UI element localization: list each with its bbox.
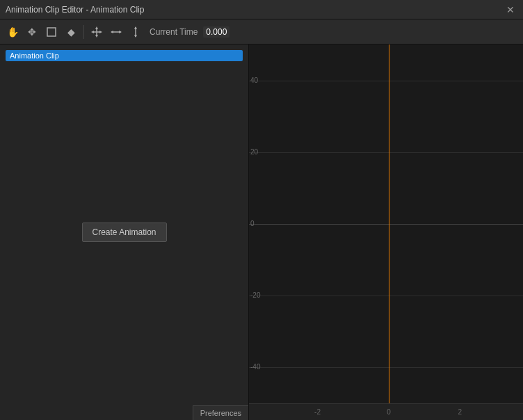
svg-marker-5 <box>91 31 94 33</box>
scale-vertical-icon[interactable] <box>127 24 144 40</box>
y-label-0: 0 <box>250 220 257 227</box>
grid-line-neg40 <box>249 367 523 368</box>
y-label-20: 20 <box>250 148 261 156</box>
x-label-0: 0 <box>387 408 391 416</box>
grid-line-0 <box>249 224 523 225</box>
svg-marker-6 <box>99 31 102 33</box>
left-panel: Animation Clip Create Animation Preferen… <box>0 45 249 420</box>
title-bar: Animation Clip Editor - Animation Clip ✕ <box>0 0 523 19</box>
x-label-neg2: -2 <box>314 408 321 416</box>
svg-marker-11 <box>134 26 137 29</box>
toolbar-separator <box>83 25 84 39</box>
close-button[interactable]: ✕ <box>504 4 517 15</box>
current-time-value: 0.000 <box>203 26 230 38</box>
animation-clip-badge[interactable]: Animation Clip <box>6 50 243 61</box>
graph-canvas: 40 20 0 -20 -40 <box>249 45 523 403</box>
main-area: Animation Clip Create Animation Preferen… <box>0 45 523 420</box>
cursor-move-icon[interactable] <box>88 24 105 40</box>
y-label-neg40: -40 <box>250 363 263 371</box>
grid-line-40 <box>249 81 523 81</box>
svg-marker-12 <box>134 35 137 38</box>
title-bar-text: Animation Clip Editor - Animation Clip <box>6 5 144 15</box>
svg-marker-8 <box>111 31 113 33</box>
y-label-neg20: -20 <box>250 291 263 299</box>
move-icon[interactable]: ✥ <box>24 24 40 40</box>
preferences-button[interactable]: Preferences <box>193 405 248 420</box>
grid-line-20 <box>249 152 523 153</box>
graph-panel[interactable]: 40 20 0 -20 -40 -2 0 2 <box>249 45 523 420</box>
current-time-label: Current Time <box>150 27 198 37</box>
toolbar: ✋ ✥ ◆ Current Time 0.000 <box>0 19 523 45</box>
scale-horizontal-icon[interactable] <box>108 24 124 40</box>
svg-marker-9 <box>119 31 122 33</box>
time-cursor <box>389 45 389 403</box>
hand-icon[interactable]: ✋ <box>4 24 21 40</box>
grid-line-neg20 <box>249 296 523 296</box>
frame-icon[interactable] <box>43 24 60 40</box>
y-label-40: 40 <box>250 76 261 84</box>
x-label-2: 2 <box>458 408 462 416</box>
svg-rect-0 <box>47 28 56 36</box>
svg-marker-4 <box>95 35 98 38</box>
anchor-icon[interactable]: ◆ <box>63 24 79 40</box>
create-animation-button[interactable]: Create Animation <box>81 223 166 242</box>
x-axis: -2 0 2 <box>249 403 523 420</box>
svg-marker-3 <box>95 26 98 29</box>
